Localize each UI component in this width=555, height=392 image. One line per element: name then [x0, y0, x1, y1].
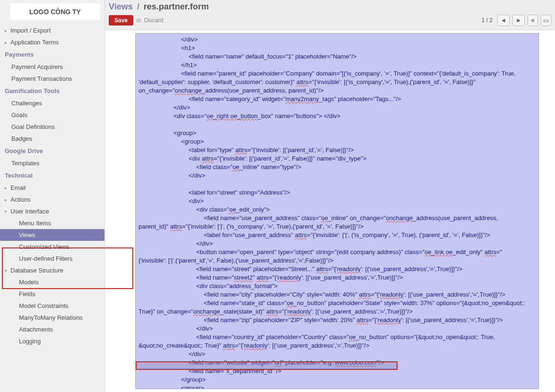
section-google-drive: Google Drive [0, 145, 104, 157]
nav-database-structure[interactable]: Database Structure [0, 264, 104, 276]
pager: 1 / 2 [482, 17, 493, 24]
nav-logging[interactable]: Logging [0, 335, 104, 347]
nav-models[interactable]: Models [0, 276, 104, 288]
chevron-left-icon: ◄ [501, 17, 506, 24]
section-payments: Payments [0, 48, 104, 61]
breadcrumb: Views / res.partner.form [105, 0, 555, 13]
breadcrumb-separator: / [137, 2, 139, 11]
form-icon: ▭ [543, 17, 549, 24]
section-gamification: Gamification Tools [0, 85, 104, 97]
nav-actions[interactable]: Actions [0, 194, 104, 205]
nav-m2m-relations[interactable]: ManyToMany Relations [0, 312, 104, 324]
nav-attachments[interactable]: Attachments [0, 324, 104, 335]
nav-customized-views[interactable]: Customized Views [0, 241, 104, 253]
nav-application-terms[interactable]: Application Terms [0, 36, 104, 48]
nav-user-interface[interactable]: User Interface [0, 205, 104, 217]
nav-challenges[interactable]: Challenges [0, 97, 104, 109]
nav-model-constraints[interactable]: Model Constraints [0, 300, 104, 312]
content-area: </div> <h1> <field name="name" default_f… [105, 30, 555, 392]
nav-templates[interactable]: Templates [0, 157, 104, 169]
prev-button[interactable]: ◄ [497, 15, 510, 26]
chevron-right-icon: ► [516, 17, 521, 24]
sidebar: LOGO CÔNG TY Import / Export Application… [0, 0, 105, 392]
next-button[interactable]: ► [512, 15, 525, 26]
nav-import-export[interactable]: Import / Export [0, 25, 104, 36]
form-view-button[interactable]: ▭ [541, 15, 551, 26]
discard-link[interactable]: Discard [144, 17, 164, 24]
nav-email[interactable]: Email [0, 182, 104, 194]
nav-payment-transactions[interactable]: Payment Transactions [0, 73, 104, 85]
section-technical: Technical [0, 169, 104, 182]
breadcrumb-current: res.partner.form [144, 2, 209, 11]
nav-views[interactable]: Views [0, 229, 104, 241]
nav-goals[interactable]: Goals [0, 109, 104, 121]
main-area: Views / res.partner.form Save or Discard… [105, 0, 555, 392]
nav-fields[interactable]: Fields [0, 288, 104, 300]
list-icon: ≡ [531, 17, 535, 24]
list-view-button[interactable]: ≡ [528, 15, 538, 26]
company-logo: LOGO CÔNG TY [9, 3, 101, 21]
save-button[interactable]: Save [109, 15, 133, 26]
nav-menu-items[interactable]: Menu Items [0, 217, 104, 229]
xml-arch-editor[interactable]: </div> <h1> <field name="name" default_f… [135, 33, 539, 389]
breadcrumb-views-link[interactable]: Views [109, 2, 133, 11]
toolbar: Save or Discard 1 / 2 ◄ ► ≡ ▭ [105, 13, 555, 30]
nav-payment-acquirers[interactable]: Payment Acquirers [0, 61, 104, 73]
or-text: or [136, 17, 141, 24]
nav-user-defined-filters[interactable]: User-defined Filters [0, 253, 104, 264]
nav-badges[interactable]: Badges [0, 133, 104, 145]
nav-goal-definitions[interactable]: Goal Definitions [0, 121, 104, 133]
